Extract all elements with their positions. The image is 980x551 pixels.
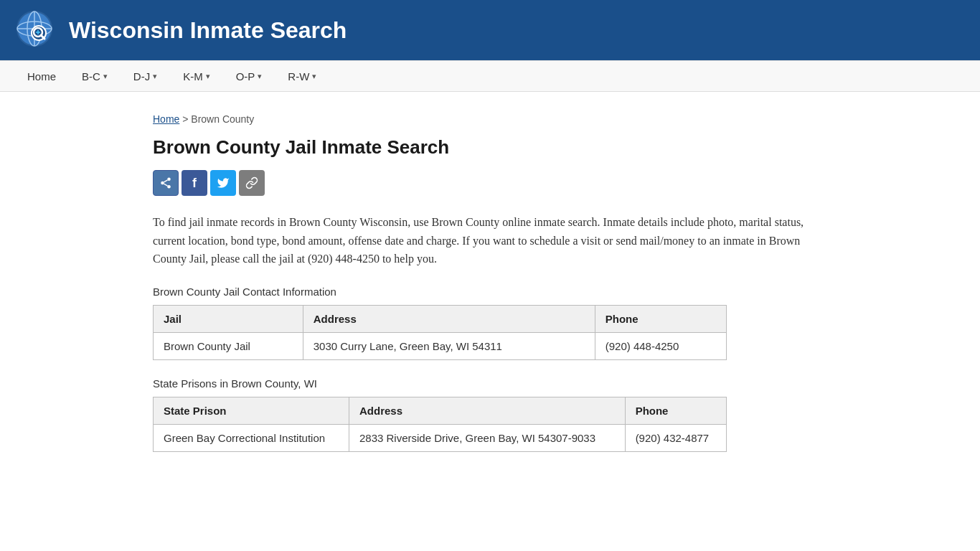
nav-home[interactable]: Home — [14, 62, 69, 91]
table-row: Brown County Jail 3030 Curry Lane, Green… — [154, 332, 727, 359]
social-share-bar: f — [153, 170, 827, 196]
nav-rw-arrow: ▾ — [312, 72, 316, 81]
site-logo — [14, 9, 57, 52]
prison-col-address: Address — [349, 397, 625, 424]
breadcrumb-current: Brown County — [191, 113, 254, 125]
nav-dj[interactable]: D-J ▾ — [121, 62, 170, 91]
description-text: To find jail inmate records in Brown Cou… — [153, 213, 827, 268]
prison-address-cell: 2833 Riverside Drive, Green Bay, WI 5430… — [349, 424, 625, 451]
jail-name-cell: Brown County Jail — [154, 332, 303, 359]
svg-point-10 — [167, 178, 171, 182]
table-row: Green Bay Correctional Institution 2833 … — [154, 424, 727, 451]
main-content: Home > Brown County Brown County Jail In… — [138, 92, 842, 484]
jail-phone-cell: (920) 448-4250 — [595, 332, 726, 359]
jail-table: Jail Address Phone Brown County Jail 303… — [153, 305, 727, 360]
jail-col-jail: Jail — [154, 305, 303, 332]
nav-dj-arrow: ▾ — [153, 72, 157, 81]
jail-section-label: Brown County Jail Contact Information — [153, 286, 827, 298]
svg-point-12 — [167, 185, 171, 189]
facebook-icon: f — [192, 176, 197, 191]
jail-col-address: Address — [303, 305, 595, 332]
jail-address-cell: 3030 Curry Lane, Green Bay, WI 54311 — [303, 332, 595, 359]
svg-point-11 — [161, 182, 164, 185]
nav-km[interactable]: K-M ▾ — [170, 62, 223, 91]
prison-section-label: State Prisons in Brown County, WI — [153, 377, 827, 390]
prison-name-cell: Green Bay Correctional Institution — [154, 424, 349, 451]
nav-km-arrow: ▾ — [206, 72, 210, 81]
nav-op-arrow: ▾ — [258, 72, 262, 81]
nav-rw[interactable]: R-W ▾ — [275, 62, 329, 91]
share-button[interactable] — [153, 170, 179, 196]
nav-op[interactable]: O-P ▾ — [223, 62, 275, 91]
nav-bc-arrow: ▾ — [103, 72, 108, 81]
main-nav: Home B-C ▾ D-J ▾ K-M ▾ O-P ▾ R-W ▾ — [0, 60, 980, 92]
breadcrumb: Home > Brown County — [153, 113, 827, 125]
svg-line-13 — [164, 184, 167, 186]
facebook-button[interactable]: f — [182, 170, 207, 196]
copy-link-button[interactable] — [239, 170, 265, 196]
page-title: Brown County Jail Inmate Search — [153, 136, 827, 159]
twitter-button[interactable] — [210, 170, 236, 196]
prison-col-phone: Phone — [625, 397, 726, 424]
prison-phone-cell: (920) 432-4877 — [625, 424, 726, 451]
breadcrumb-separator: > — [182, 113, 188, 125]
site-header: Wisconsin Inmate Search — [0, 0, 980, 60]
prison-col-name: State Prison — [154, 397, 349, 424]
nav-bc[interactable]: B-C ▾ — [69, 62, 121, 91]
svg-line-14 — [164, 180, 167, 182]
jail-col-phone: Phone — [595, 305, 726, 332]
site-title: Wisconsin Inmate Search — [69, 17, 347, 44]
prison-table: State Prison Address Phone Green Bay Cor… — [153, 397, 727, 452]
breadcrumb-home[interactable]: Home — [153, 113, 179, 125]
